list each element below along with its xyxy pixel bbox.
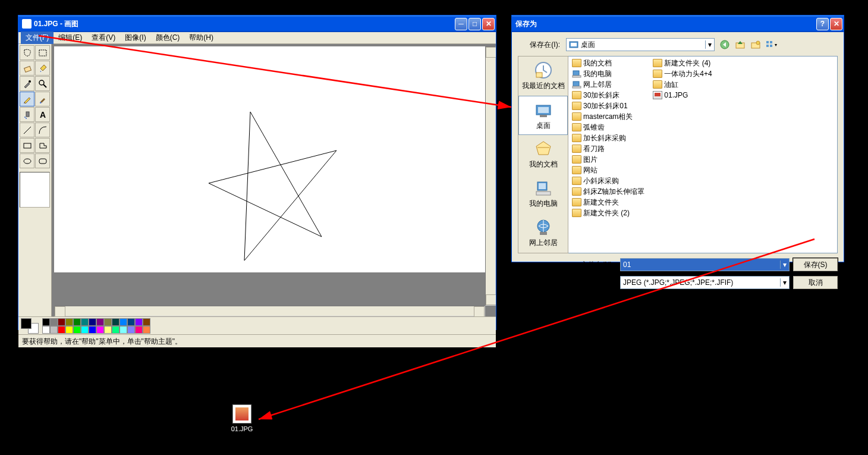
- vertical-scrollbar[interactable]: [485, 46, 496, 306]
- tool-free-select[interactable]: [20, 45, 34, 60]
- menu-help[interactable]: 帮助(H): [184, 32, 218, 44]
- tool-pencil[interactable]: [20, 92, 34, 106]
- menu-colors[interactable]: 颜色(C): [151, 32, 185, 44]
- save-button[interactable]: 保存(S): [793, 258, 838, 271]
- color-swatch[interactable]: [127, 326, 135, 334]
- paint-canvas[interactable]: [54, 46, 488, 272]
- menu-edit[interactable]: 编辑(E): [54, 32, 87, 44]
- savein-combo[interactable]: 桌面 ▾: [566, 38, 715, 51]
- menu-file[interactable]: 文件(F): [21, 32, 54, 44]
- svg-rect-27: [540, 115, 547, 117]
- color-swatch[interactable]: [58, 326, 65, 334]
- file-item[interactable]: 新建文件夹 (4): [653, 58, 720, 68]
- file-item[interactable]: 我的电脑: [572, 68, 653, 79]
- tool-magnifier[interactable]: [35, 76, 50, 91]
- color-swatch[interactable]: [96, 326, 104, 334]
- saveas-close-button[interactable]: ✕: [830, 18, 842, 30]
- new-folder-icon[interactable]: [749, 38, 762, 51]
- color-swatch[interactable]: [81, 318, 89, 326]
- tool-rect-select[interactable]: [35, 45, 50, 60]
- color-swatch[interactable]: [50, 318, 58, 326]
- tool-curve[interactable]: [35, 123, 50, 137]
- file-item[interactable]: 新建文件夹: [572, 197, 653, 208]
- menu-image[interactable]: 图像(I): [120, 32, 150, 44]
- color-swatch[interactable]: [104, 326, 112, 334]
- color-swatch[interactable]: [65, 326, 73, 334]
- tool-airbrush[interactable]: [20, 107, 34, 122]
- color-swatch[interactable]: [73, 318, 81, 326]
- place-网上邻居[interactable]: 网上邻居: [518, 214, 568, 253]
- place-桌面[interactable]: 桌面: [518, 96, 568, 135]
- file-item[interactable]: 油缸: [653, 79, 720, 90]
- place-我最近的文档[interactable]: 我最近的文档: [518, 57, 568, 96]
- place-我的电脑[interactable]: 我的电脑: [518, 174, 568, 214]
- color-swatch[interactable]: [112, 326, 119, 334]
- color-swatch[interactable]: [89, 318, 96, 326]
- tool-text[interactable]: A: [35, 107, 50, 122]
- file-item[interactable]: 我的文档: [572, 58, 653, 68]
- file-item[interactable]: 一体动力头4+4: [653, 68, 720, 79]
- color-swatch[interactable]: [112, 318, 119, 326]
- back-icon[interactable]: [718, 38, 731, 51]
- color-swatch[interactable]: [119, 326, 127, 334]
- file-item[interactable]: mastercam相关: [572, 111, 653, 122]
- color-swatch[interactable]: [58, 318, 65, 326]
- color-swatch[interactable]: [96, 318, 104, 326]
- file-item[interactable]: 网上邻居: [572, 79, 653, 90]
- cancel-button[interactable]: 取消: [793, 276, 838, 289]
- color-swatch[interactable]: [50, 326, 58, 334]
- horizontal-scrollbar[interactable]: [54, 306, 485, 316]
- paint-statusbar: 要获得帮助，请在"帮助"菜单中，单击"帮助主题"。: [18, 334, 496, 347]
- tool-eraser[interactable]: [20, 61, 34, 76]
- file-item[interactable]: 30加长斜床01: [572, 101, 653, 111]
- tool-ellipse[interactable]: [20, 153, 34, 168]
- tool-polygon[interactable]: [35, 138, 50, 153]
- color-swatch[interactable]: [127, 318, 135, 326]
- filetype-label: 保存类型(T):: [572, 278, 617, 288]
- tool-rectangle[interactable]: [20, 138, 34, 153]
- color-swatch[interactable]: [135, 318, 143, 326]
- file-item[interactable]: 斜床Z轴加长伸缩罩: [572, 186, 653, 197]
- paint-titlebar[interactable]: 01.JPG - 画图 ─ □ ✕: [18, 15, 496, 32]
- file-item[interactable]: 30加长斜床: [572, 90, 653, 101]
- color-swatch[interactable]: [65, 318, 73, 326]
- color-swatch[interactable]: [42, 318, 50, 326]
- tool-rounded-rect[interactable]: [35, 153, 50, 168]
- file-item[interactable]: 01.JPG: [653, 90, 720, 101]
- fg-bg-colors[interactable]: [21, 318, 39, 334]
- maximize-button[interactable]: □: [468, 18, 481, 30]
- view-menu-icon[interactable]: ▾: [765, 38, 778, 51]
- menu-view[interactable]: 查看(V): [87, 32, 120, 44]
- close-button[interactable]: ✕: [482, 18, 495, 30]
- saveas-titlebar[interactable]: 保存为 ? ✕: [512, 15, 844, 32]
- file-item[interactable]: 网站: [572, 165, 653, 175]
- help-button[interactable]: ?: [816, 18, 829, 30]
- file-item[interactable]: 图片: [572, 154, 653, 165]
- color-swatch[interactable]: [42, 326, 50, 334]
- minimize-button[interactable]: ─: [455, 18, 467, 30]
- tool-picker[interactable]: [20, 76, 34, 91]
- color-swatch[interactable]: [119, 318, 127, 326]
- up-folder-icon[interactable]: [734, 38, 747, 51]
- color-swatch[interactable]: [104, 318, 112, 326]
- file-item[interactable]: 小斜床采购: [572, 175, 653, 186]
- filename-input[interactable]: 01 ▾: [620, 258, 790, 271]
- file-list[interactable]: 我的文档我的电脑网上邻居30加长斜床30加长斜床01mastercam相关弧锥齿…: [568, 56, 838, 253]
- tool-brush[interactable]: [35, 92, 50, 106]
- star-drawing: [54, 46, 488, 272]
- file-item[interactable]: 看刀路: [572, 143, 653, 154]
- color-swatch[interactable]: [81, 326, 89, 334]
- file-item[interactable]: 加长斜床采购: [572, 133, 653, 143]
- filetype-combo[interactable]: JPEG (*.JPG;*.JPEG;*.JPE;*.JFIF) ▾: [620, 276, 790, 289]
- color-swatch[interactable]: [73, 326, 81, 334]
- color-swatch[interactable]: [143, 326, 150, 334]
- file-item[interactable]: 新建文件夹 (2): [572, 208, 653, 218]
- color-swatch[interactable]: [135, 326, 143, 334]
- tool-fill[interactable]: [35, 61, 50, 76]
- place-我的文档[interactable]: 我的文档: [518, 135, 568, 174]
- desktop-file-01jpg[interactable]: 01.JPG: [224, 404, 260, 432]
- color-swatch[interactable]: [89, 326, 96, 334]
- tool-line[interactable]: [20, 123, 34, 137]
- file-item[interactable]: 弧锥齿: [572, 122, 653, 133]
- color-swatch[interactable]: [143, 318, 150, 326]
